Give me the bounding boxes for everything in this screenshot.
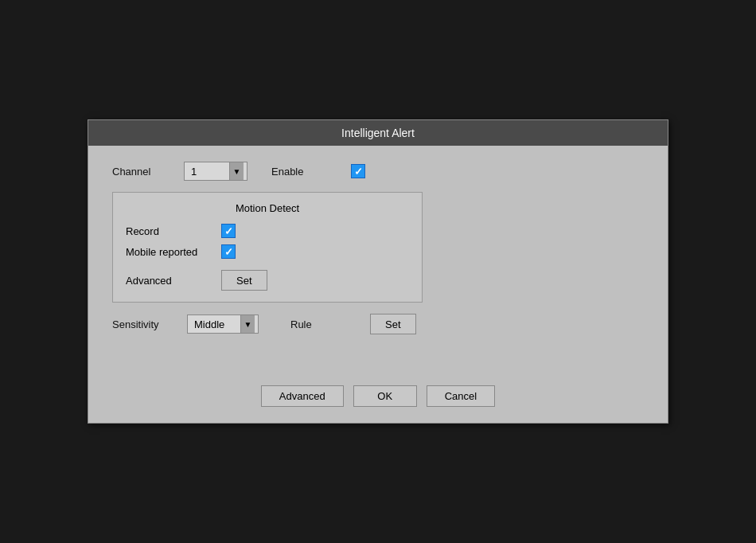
advanced-button[interactable]: Advanced: [261, 385, 344, 407]
sensitivity-dropdown-arrow[interactable]: ▼: [240, 315, 255, 333]
cancel-button[interactable]: Cancel: [427, 385, 495, 407]
motion-advanced-row: Advanced Set: [126, 270, 409, 291]
intelligent-alert-dialog: Intelligent Alert Channel 1 ▼ Enable Mot…: [88, 119, 668, 424]
motion-detect-title: Motion Detect: [126, 202, 409, 214]
dialog-footer: Advanced OK Cancel: [88, 361, 668, 423]
mobile-reported-checkbox[interactable]: [221, 244, 236, 259]
enable-checkbox[interactable]: [351, 164, 365, 178]
dialog-title: Intelligent Alert: [341, 127, 415, 139]
enable-label: Enable: [271, 166, 343, 178]
dialog-body: Channel 1 ▼ Enable Motion Detect Record …: [88, 146, 668, 361]
channel-enable-row: Channel 1 ▼ Enable: [112, 162, 644, 181]
record-row: Record: [126, 224, 409, 238]
motion-detect-box: Motion Detect Record Mobile reported Adv…: [112, 192, 423, 303]
mobile-reported-label: Mobile reported: [126, 246, 221, 258]
sensitivity-value: Middle: [191, 318, 240, 330]
channel-select[interactable]: 1 ▼: [184, 162, 247, 181]
rule-set-button[interactable]: Set: [370, 314, 416, 334]
sensitivity-rule-row: Sensitivity Middle ▼ Rule Set: [112, 314, 644, 334]
dialog-title-bar: Intelligent Alert: [88, 120, 668, 146]
record-checkbox[interactable]: [221, 224, 236, 238]
sensitivity-select[interactable]: Middle ▼: [187, 314, 259, 334]
rule-label: Rule: [290, 318, 362, 330]
motion-set-button[interactable]: Set: [221, 270, 267, 291]
channel-label: Channel: [112, 166, 184, 178]
motion-advanced-label: Advanced: [126, 275, 221, 287]
record-label: Record: [126, 225, 221, 237]
sensitivity-label: Sensitivity: [112, 318, 184, 330]
channel-dropdown-arrow[interactable]: ▼: [229, 162, 244, 180]
ok-button[interactable]: OK: [353, 385, 417, 407]
channel-value: 1: [188, 166, 229, 178]
mobile-reported-row: Mobile reported: [126, 244, 409, 259]
